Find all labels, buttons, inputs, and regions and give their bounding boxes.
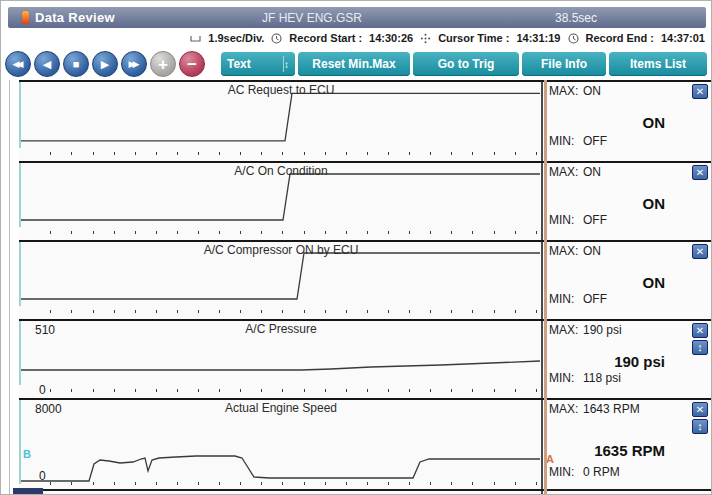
time-per-division: 1.9sec/Div. [208, 32, 264, 44]
tick-mark [515, 310, 516, 313]
tick-mark [219, 231, 220, 234]
tick-mark [515, 231, 516, 234]
time-cursor-line[interactable] [544, 80, 547, 495]
plot-engine-speed[interactable]: 8000 Actual Engine Speed B [19, 400, 541, 484]
tick-mark [135, 389, 136, 392]
tick-mark [71, 482, 72, 485]
items-list-button[interactable]: Items List [609, 52, 707, 76]
channel-ac-on-condition: A/C On Condition MAX:ON ON MIN:OFF ✕ [19, 161, 711, 240]
tick-mark [50, 231, 51, 234]
scale-max-label: 8000 [35, 402, 62, 416]
tick-mark [198, 482, 199, 485]
plot-ac-compressor[interactable]: A/C Compressor ON by ECU [19, 242, 541, 306]
file-info-button[interactable]: File Info [522, 52, 606, 76]
min-value: OFF [583, 292, 607, 306]
go-to-trig-button[interactable]: Go to Trig [413, 52, 519, 76]
tick-mark [177, 482, 178, 485]
cursor-time-label: Cursor Time : [438, 32, 509, 44]
tick-mark [346, 310, 347, 313]
clock-icon [271, 33, 282, 44]
min-label: MIN: [549, 292, 583, 306]
close-channel-button[interactable]: ✕ [692, 244, 708, 259]
tick-mark [409, 231, 410, 234]
max-value: ON [583, 244, 601, 258]
tick-mark [536, 231, 537, 234]
close-channel-button[interactable]: ✕ [692, 165, 708, 180]
step-back-button[interactable]: ◀ [34, 51, 60, 77]
channel-ac-request: AC Request to ECU MAX:ON ON MIN:OFF ✕ [19, 82, 711, 161]
tick-mark [156, 152, 157, 155]
tick-mark [346, 231, 347, 234]
tick-mark [472, 482, 473, 485]
tick-mark [409, 310, 410, 313]
tick-mark [93, 152, 94, 155]
plot-ac-on-condition[interactable]: A/C On Condition [19, 163, 541, 227]
tick-mark [93, 389, 94, 392]
time-axis-ticks [19, 226, 541, 238]
record-start-label: Record Start : [289, 32, 362, 44]
tick-mark [430, 231, 431, 234]
horizontal-scrollbar[interactable] [13, 488, 43, 494]
tick-mark [50, 482, 51, 485]
tick-mark [388, 389, 389, 392]
fast-forward-button[interactable]: ▶▶ [121, 51, 147, 77]
tick-mark [472, 152, 473, 155]
data-review-window: Data Review JF HEV ENG.GSR 38.5sec 1.9se… [0, 0, 712, 495]
plot-ac-pressure[interactable]: 510 A/C Pressure [19, 321, 541, 385]
tick-mark [93, 231, 94, 234]
tick-mark [156, 310, 157, 313]
tick-mark [325, 152, 326, 155]
tick-mark [282, 389, 283, 392]
tick-mark [282, 152, 283, 155]
tick-mark [451, 389, 452, 392]
close-channel-button[interactable]: ✕ [692, 402, 708, 417]
rewind-button[interactable]: ◀◀ [5, 51, 31, 77]
tick-mark [388, 482, 389, 485]
time-axis-ticks [19, 147, 541, 159]
adjust-scale-button[interactable]: ↕ [692, 419, 708, 434]
channel-title: Actual Engine Speed [21, 401, 541, 415]
plot-ac-request[interactable]: AC Request to ECU [19, 82, 541, 148]
tick-mark [430, 482, 431, 485]
max-label: MAX: [549, 402, 583, 416]
zoom-in-button[interactable]: + [150, 51, 176, 77]
tick-mark [198, 389, 199, 392]
tick-mark [93, 482, 94, 485]
close-channel-button[interactable]: ✕ [692, 323, 708, 338]
tick-mark [240, 152, 241, 155]
tick-mark [346, 389, 347, 392]
tick-mark [304, 231, 305, 234]
play-button[interactable]: ▶ [92, 51, 118, 77]
max-label: MAX: [549, 244, 583, 258]
min-label: MIN: [549, 371, 583, 385]
value-panel-ac-compressor: MAX:ON ON MIN:OFF ✕ [541, 242, 711, 319]
tick-mark [494, 231, 495, 234]
tick-mark [472, 389, 473, 392]
close-channel-button[interactable]: ✕ [692, 84, 708, 99]
max-value: ON [583, 84, 601, 98]
tick-mark [388, 310, 389, 313]
tick-mark [177, 389, 178, 392]
tick-mark [451, 482, 452, 485]
min-value: OFF [583, 134, 607, 148]
display-mode-select[interactable]: Text ↕ [221, 52, 295, 76]
channel-ac-compressor: A/C Compressor ON by ECU MAX:ON ON MIN:O… [19, 240, 711, 319]
tick-mark [219, 389, 220, 392]
adjust-scale-button[interactable]: ↕ [692, 340, 708, 355]
tick-mark [494, 152, 495, 155]
tick-mark [472, 231, 473, 234]
tick-mark [71, 231, 72, 234]
channel-title: A/C On Condition [21, 164, 541, 178]
tick-mark [451, 231, 452, 234]
tick-mark [346, 482, 347, 485]
zoom-out-button[interactable]: − [179, 51, 205, 77]
tick-mark [198, 152, 199, 155]
current-value: ON [643, 195, 666, 212]
playback-toolbar: ◀◀ ◀ ■ ▶ ▶▶ + − Text ↕ Reset Min.Max Go … [5, 49, 709, 79]
stop-button[interactable]: ■ [63, 51, 89, 77]
tick-mark [177, 310, 178, 313]
tick-mark [261, 482, 262, 485]
tick-mark [346, 152, 347, 155]
tick-mark [114, 152, 115, 155]
reset-minmax-button[interactable]: Reset Min.Max [298, 52, 410, 76]
